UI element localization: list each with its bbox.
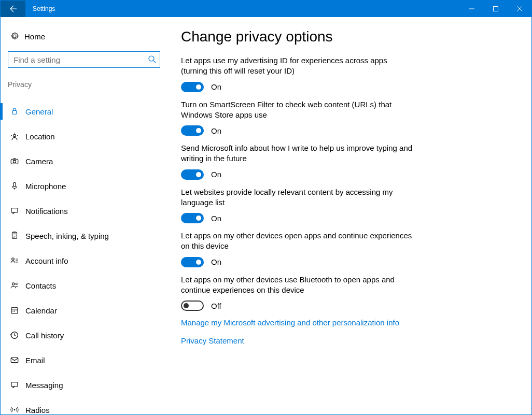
setting-block: Send Microsoft info about how I write to… bbox=[181, 143, 414, 180]
setting-block: Turn on SmartScreen Filter to check web … bbox=[181, 99, 414, 136]
sidebar-item-location[interactable]: Location bbox=[1, 124, 166, 149]
sidebar-item-label: Calendar bbox=[25, 306, 57, 315]
callhistory-icon bbox=[10, 331, 25, 340]
toggle-state-label: On bbox=[211, 82, 221, 91]
close-icon bbox=[517, 6, 522, 11]
search-icon bbox=[148, 55, 156, 65]
account-icon bbox=[10, 256, 25, 265]
toggle-switch[interactable] bbox=[181, 169, 204, 180]
sidebar-item-microphone[interactable]: Microphone bbox=[1, 174, 166, 198]
svg-point-3 bbox=[13, 134, 16, 137]
contacts-icon bbox=[10, 281, 25, 290]
sidebar-item-label: Radios bbox=[25, 406, 50, 414]
svg-point-1 bbox=[149, 56, 154, 61]
sidebar-item-label: Messaging bbox=[25, 381, 63, 390]
links-list: Manage my Microsoft advertising and othe… bbox=[181, 318, 511, 345]
home-label: Home bbox=[24, 32, 45, 41]
setting-block: Let apps on my other devices use Bluetoo… bbox=[181, 275, 414, 311]
search-input[interactable] bbox=[8, 51, 160, 68]
gear-icon bbox=[10, 32, 24, 41]
sidebar: Home Privacy GeneralLocationCameraMicrop… bbox=[1, 17, 166, 414]
maximize-button[interactable] bbox=[484, 1, 508, 17]
sidebar-item-label: Notifications bbox=[25, 207, 68, 216]
setting-text: Let apps on my other devices use Bluetoo… bbox=[181, 275, 414, 296]
sidebar-item-general[interactable]: General bbox=[1, 99, 166, 124]
svg-rect-2 bbox=[12, 111, 17, 115]
page-title: Change privacy options bbox=[181, 28, 511, 45]
sidebar-item-notifications[interactable]: Notifications bbox=[1, 198, 166, 223]
toggle-row: On bbox=[181, 169, 414, 180]
setting-block: Let apps on my other devices open apps a… bbox=[181, 231, 414, 267]
sidebar-item-camera[interactable]: Camera bbox=[1, 149, 166, 174]
sidebar-item-label: Camera bbox=[25, 157, 53, 166]
back-button[interactable] bbox=[1, 1, 25, 17]
search-box bbox=[8, 51, 160, 68]
sidebar-item-label: Location bbox=[25, 132, 55, 141]
window-title: Settings bbox=[25, 1, 460, 17]
calendar-icon bbox=[10, 306, 25, 315]
sidebar-item-calendar[interactable]: Calendar bbox=[1, 298, 166, 323]
microphone-icon bbox=[10, 181, 25, 191]
setting-text: Turn on SmartScreen Filter to check web … bbox=[181, 99, 414, 121]
toggle-row: On bbox=[181, 213, 414, 223]
sidebar-item-speech[interactable]: Speech, inking, & typing bbox=[1, 223, 166, 248]
link[interactable]: Privacy Statement bbox=[181, 336, 511, 345]
sidebar-item-messaging[interactable]: Messaging bbox=[1, 373, 166, 397]
sidebar-item-label: Microphone bbox=[25, 182, 66, 191]
camera-icon bbox=[10, 156, 25, 166]
sidebar-item-contacts[interactable]: Contacts bbox=[1, 273, 166, 298]
setting-text: Let websites provide locally relevant co… bbox=[181, 187, 414, 208]
svg-rect-7 bbox=[11, 208, 18, 212]
setting-block: Let apps use my advertising ID for exper… bbox=[181, 55, 414, 92]
toggle-state-label: On bbox=[211, 257, 221, 266]
sidebar-item-radios[interactable]: Radios bbox=[1, 397, 166, 414]
general-icon bbox=[10, 107, 25, 116]
notifications-icon bbox=[10, 206, 25, 216]
settings-list: Let apps use my advertising ID for exper… bbox=[181, 55, 511, 311]
toggle-state-label: On bbox=[211, 170, 221, 179]
toggle-row: Off bbox=[181, 300, 414, 311]
setting-block: Let websites provide locally relevant co… bbox=[181, 187, 414, 224]
svg-point-9 bbox=[12, 258, 15, 261]
setting-text: Let apps use my advertising ID for exper… bbox=[181, 55, 414, 77]
speech-icon bbox=[10, 231, 25, 240]
toggle-row: On bbox=[181, 82, 414, 92]
sidebar-item-label: Account info bbox=[25, 256, 68, 265]
toggle-switch[interactable] bbox=[181, 82, 204, 92]
svg-point-11 bbox=[16, 283, 17, 284]
sidebar-item-label: Contacts bbox=[25, 281, 56, 290]
nav-list: GeneralLocationCameraMicrophoneNotificat… bbox=[1, 94, 166, 414]
setting-text: Send Microsoft info about how I write to… bbox=[181, 143, 414, 164]
radios-icon bbox=[10, 405, 25, 414]
minimize-button[interactable] bbox=[460, 1, 484, 17]
sidebar-item-email[interactable]: Email bbox=[1, 348, 166, 373]
toggle-switch[interactable] bbox=[181, 125, 204, 136]
sidebar-item-label: General bbox=[25, 107, 53, 116]
close-button[interactable] bbox=[508, 1, 531, 17]
arrow-left-icon bbox=[9, 5, 17, 13]
toggle-state-label: Off bbox=[211, 302, 221, 310]
sidebar-item-label: Email bbox=[25, 356, 45, 365]
window-controls bbox=[460, 1, 531, 17]
svg-point-16 bbox=[14, 409, 16, 411]
sidebar-item-account[interactable]: Account info bbox=[1, 248, 166, 273]
toggle-state-label: On bbox=[211, 126, 221, 135]
minimize-icon bbox=[469, 6, 474, 11]
email-icon bbox=[10, 355, 25, 365]
sidebar-item-callhistory[interactable]: Call history bbox=[1, 323, 166, 348]
toggle-row: On bbox=[181, 125, 414, 136]
toggle-switch[interactable] bbox=[181, 300, 204, 311]
main-content: Change privacy options Let apps use my a… bbox=[166, 17, 531, 414]
location-icon bbox=[10, 132, 25, 141]
home-button[interactable]: Home bbox=[1, 26, 166, 46]
toggle-switch[interactable] bbox=[181, 213, 204, 223]
link[interactable]: Manage my Microsoft advertising and othe… bbox=[181, 318, 511, 327]
sidebar-item-label: Speech, inking, & typing bbox=[25, 232, 109, 240]
toggle-switch[interactable] bbox=[181, 257, 204, 267]
maximize-icon bbox=[493, 6, 498, 11]
messaging-icon bbox=[10, 380, 25, 390]
setting-text: Let apps on my other devices open apps a… bbox=[181, 231, 414, 252]
svg-rect-8 bbox=[12, 232, 17, 238]
svg-rect-0 bbox=[494, 7, 498, 11]
svg-point-10 bbox=[12, 283, 15, 285]
